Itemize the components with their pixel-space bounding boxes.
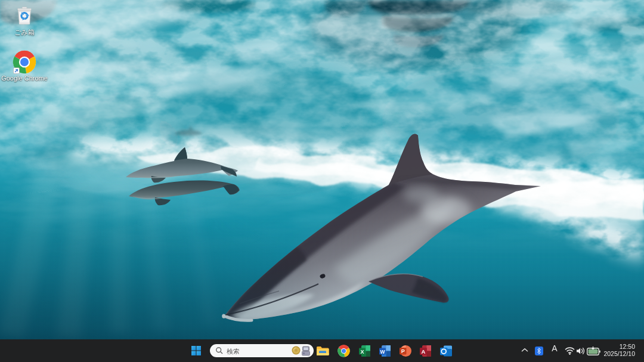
svg-text:P: P xyxy=(401,348,405,354)
svg-text:X: X xyxy=(360,349,364,355)
svg-text:A: A xyxy=(422,348,426,355)
svg-text:W: W xyxy=(380,349,385,355)
